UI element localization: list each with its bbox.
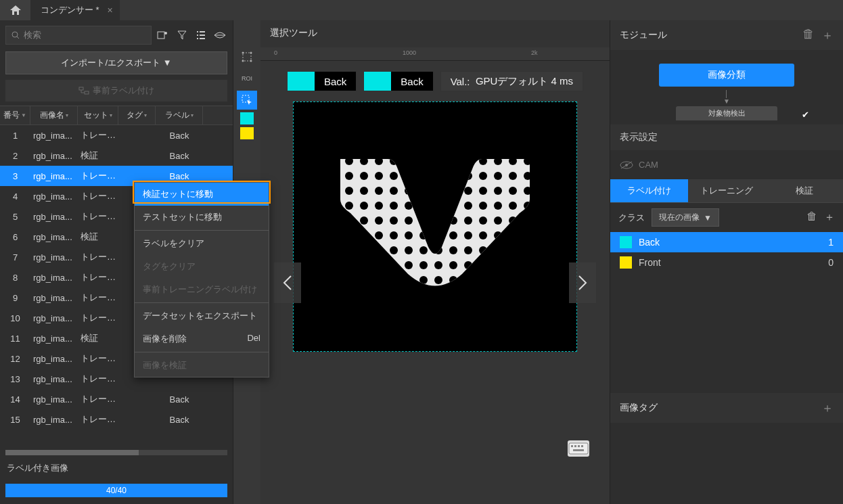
svg-rect-20 bbox=[571, 445, 573, 447]
ctx-delete[interactable]: 画像を削除Del bbox=[135, 327, 269, 350]
table-row[interactable]: 14rgb_ima...トレーニ...Back bbox=[0, 389, 233, 409]
pred-label-chip: Back bbox=[363, 71, 433, 91]
svg-rect-8 bbox=[197, 38, 198, 39]
labeled-images-label: ラベル付き画像 bbox=[0, 455, 233, 481]
ctx-clear-tag: タグをクリア bbox=[135, 255, 269, 278]
context-menu: 検証セットに移動 テストセットに移動 ラベルをクリア タグをクリア 事前トレーニ… bbox=[134, 182, 269, 377]
svg-rect-11 bbox=[85, 91, 89, 94]
close-icon[interactable]: × bbox=[107, 5, 112, 16]
class-item[interactable]: Front0 bbox=[610, 252, 843, 273]
col-tag[interactable]: タグ▾ bbox=[118, 106, 156, 124]
svg-rect-23 bbox=[581, 445, 583, 447]
prelabel-button[interactable]: 事前ラベル付け bbox=[5, 80, 227, 101]
import-export-label: インポート/エクスポート ▼ bbox=[61, 57, 171, 69]
search-placeholder: 検索 bbox=[24, 29, 41, 41]
svg-rect-5 bbox=[200, 31, 205, 32]
svg-rect-10 bbox=[79, 87, 83, 90]
svg-rect-24 bbox=[573, 449, 584, 451]
add-class-icon[interactable]: ＋ bbox=[824, 210, 835, 225]
svg-point-0 bbox=[12, 32, 18, 37]
ctx-move-test[interactable]: テストセットに移動 bbox=[135, 206, 269, 229]
svg-line-1 bbox=[17, 37, 19, 39]
image-viewer[interactable] bbox=[293, 101, 577, 352]
swatch-cyan[interactable] bbox=[240, 112, 254, 124]
gt-label-chip: Back bbox=[287, 71, 357, 91]
progress-text: 40/40 bbox=[106, 486, 127, 495]
class-label: クラス bbox=[618, 212, 645, 224]
tab-title: コンデンサー * bbox=[41, 4, 99, 16]
table-row[interactable]: 15rgb_ima...トレーニ...Back bbox=[0, 409, 233, 430]
prelabel-label: 事前ラベル付け bbox=[93, 85, 154, 97]
svg-rect-9 bbox=[200, 38, 205, 39]
canvas[interactable]: Back Back Val.: GPUデフォルト 4 ms bbox=[260, 61, 610, 504]
import-export-button[interactable]: インポート/エクスポート ▼ bbox=[5, 51, 227, 74]
svg-point-14 bbox=[250, 52, 252, 54]
h-scrollbar[interactable] bbox=[5, 450, 227, 455]
ctx-move-validation[interactable]: 検証セットに移動 bbox=[135, 183, 269, 206]
delete-module-icon[interactable]: 🗑 bbox=[802, 27, 815, 43]
inference-info: Val.: GPUデフォルト 4 ms bbox=[440, 71, 583, 91]
col-name[interactable]: 画像名▾ bbox=[30, 106, 78, 124]
svg-rect-21 bbox=[574, 445, 576, 447]
image-filter-icon[interactable] bbox=[156, 28, 170, 43]
progress-bar: 40/40 bbox=[5, 484, 227, 497]
image-tag-header: 画像タグ ＋ bbox=[610, 393, 843, 423]
svg-rect-19 bbox=[569, 443, 588, 454]
document-tab[interactable]: コンデンサー * × bbox=[30, 0, 120, 20]
svg-point-13 bbox=[242, 52, 244, 54]
display-settings-header: 表示設定 bbox=[610, 124, 843, 150]
class-item[interactable]: Back1 bbox=[610, 232, 843, 252]
svg-rect-2 bbox=[158, 32, 164, 39]
svg-rect-12 bbox=[243, 53, 251, 61]
svg-rect-6 bbox=[197, 35, 198, 36]
col-number[interactable]: 番号▼ bbox=[0, 106, 30, 124]
right-tabs: ラベル付け トレーニング 検証 bbox=[610, 179, 843, 203]
search-input[interactable]: 検索 bbox=[5, 26, 152, 45]
list-icon[interactable] bbox=[193, 28, 208, 43]
select-tool[interactable] bbox=[237, 91, 257, 110]
roi-tool[interactable]: ROI bbox=[237, 69, 257, 88]
check-icon: ✔ bbox=[802, 110, 809, 120]
ctx-clear-label[interactable]: ラベルをクリア bbox=[135, 232, 269, 255]
table-header: 番号▼ 画像名▾ セット▾ タグ▾ ラベル▾ bbox=[0, 106, 233, 125]
col-label[interactable]: ラベル▾ bbox=[156, 106, 203, 124]
ctx-export[interactable]: データセットをエクスポート bbox=[135, 304, 269, 327]
prev-image-button[interactable] bbox=[274, 262, 301, 303]
svg-point-3 bbox=[164, 32, 167, 35]
add-tag-icon[interactable]: ＋ bbox=[821, 400, 834, 416]
delete-class-icon[interactable]: 🗑 bbox=[806, 210, 817, 225]
svg-rect-4 bbox=[197, 31, 198, 32]
center-panel: 選択ツール 0 1000 2k Back Back Val.: GPUデフォルト… bbox=[260, 20, 610, 504]
tab-labeling[interactable]: ラベル付け bbox=[610, 179, 688, 202]
home-button[interactable] bbox=[0, 0, 30, 20]
swatch-yellow[interactable] bbox=[240, 127, 254, 139]
col-set[interactable]: セット▾ bbox=[78, 106, 118, 124]
tab-validation[interactable]: 検証 bbox=[765, 179, 843, 202]
right-panel: モジュール 🗑 ＋ 画像分類 ✔ │▼ 対象物検出 表示設定 CAM ラベル付け… bbox=[610, 20, 843, 504]
svg-rect-7 bbox=[200, 35, 205, 36]
ctx-verify: 画像を検証 bbox=[135, 354, 269, 377]
svg-point-16 bbox=[250, 60, 252, 62]
next-image-button[interactable] bbox=[569, 262, 596, 303]
table-row[interactable]: 1rgb_ima...トレーニ...Back bbox=[0, 125, 233, 145]
transform-tool[interactable] bbox=[237, 47, 257, 66]
cam-toggle[interactable]: CAM bbox=[610, 150, 843, 179]
ctx-pretrain: 事前トレーニングラベル付け bbox=[135, 278, 269, 301]
eye-icon[interactable] bbox=[212, 28, 227, 43]
tab-training[interactable]: トレーニング bbox=[688, 179, 766, 202]
module-sub[interactable]: 対象物検出 bbox=[676, 106, 777, 120]
module-header: モジュール 🗑 ＋ bbox=[610, 20, 843, 50]
center-title: 選択ツール bbox=[260, 20, 610, 47]
keyboard-icon[interactable] bbox=[568, 440, 589, 457]
add-module-icon[interactable]: ＋ bbox=[821, 27, 834, 43]
svg-rect-22 bbox=[578, 445, 580, 447]
ruler: 0 1000 2k bbox=[260, 47, 610, 61]
table-row[interactable]: 2rgb_ima...検証Back bbox=[0, 145, 233, 166]
class-select[interactable]: 現在の画像▼ bbox=[652, 208, 719, 227]
module-node[interactable]: 画像分類 bbox=[659, 64, 794, 87]
svg-point-15 bbox=[242, 60, 244, 62]
filter-icon[interactable] bbox=[175, 28, 189, 43]
